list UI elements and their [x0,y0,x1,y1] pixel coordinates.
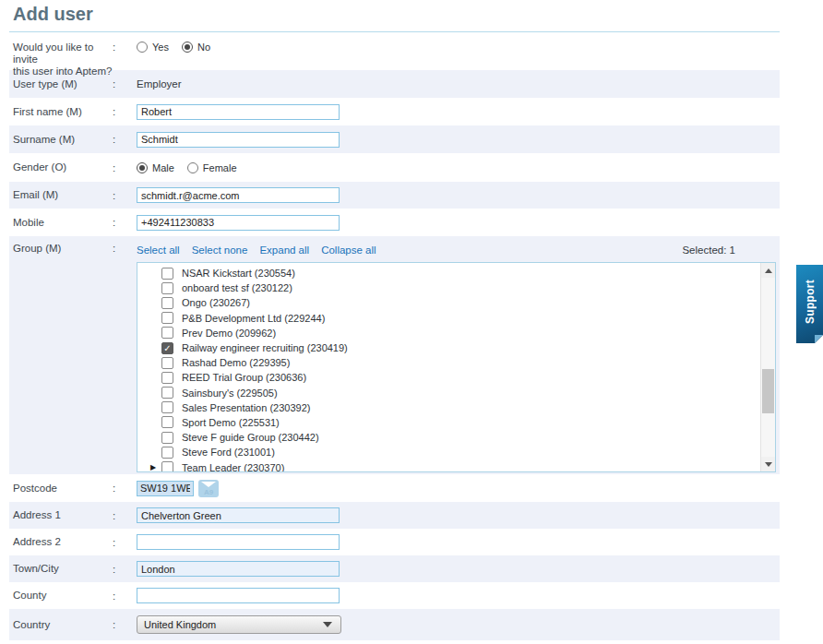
group-item-label: Sport Demo (225531) [182,417,280,428]
group-item[interactable]: ✓Railway engineer recruiting (230419) [150,340,760,355]
scroll-down-button[interactable] [761,457,776,471]
row-county: County : [9,582,780,609]
surname-input[interactable] [137,132,340,148]
add-user-form: Would you like to invite this user into … [9,36,780,640]
group-checkbox[interactable] [161,357,173,369]
group-checkbox[interactable] [161,282,173,294]
mobile-label: Mobile [9,217,113,229]
group-checkbox[interactable] [161,387,173,399]
gender-female-label: Female [203,162,237,173]
group-checkbox[interactable] [161,416,173,428]
row-invite: Would you like to invite this user into … [9,36,780,70]
scrollbar-thumb[interactable] [762,369,774,413]
support-tab[interactable]: Support [796,265,823,343]
gender-male-radio[interactable] [137,162,148,173]
invite-label: Would you like to invite this user into … [9,42,113,78]
gender-label: Gender (O) [9,161,113,173]
group-item[interactable]: P&B Development Ltd (229244) [150,311,760,326]
email-input[interactable] [137,187,340,203]
chevron-down-icon [323,622,332,627]
group-checkbox[interactable] [161,447,173,459]
user-type-label: User type (M) [9,78,113,90]
row-email: Email (M) : [9,182,780,209]
row-gender: Gender (O) : Male Female [9,153,780,182]
group-item-label: Team Leader (230370) [182,462,284,472]
surname-label: Surname (M) [9,134,113,146]
postcode-label: Postcode [9,483,113,495]
select-all-link[interactable]: Select all [137,244,180,256]
address1-input[interactable] [137,507,340,523]
group-item-label: Railway engineer recruiting (230419) [182,342,348,353]
group-item[interactable]: Ongo (230267) [150,295,760,310]
group-item[interactable]: Sport Demo (225531) [150,415,760,430]
group-listbox: NSAR Kickstart (230554)onboard test sf (… [137,262,776,472]
group-scrollbar[interactable] [760,263,775,471]
select-none-link[interactable]: Select none [192,244,248,256]
group-item-label: onboard test sf (230122) [182,282,292,293]
first-name-label: First name (M) [9,106,113,118]
scroll-down-icon [765,462,772,467]
expand-arrow-icon[interactable]: ▶ [150,462,161,472]
row-postcode: Postcode : A9 [9,474,780,502]
country-label: Country [9,619,113,631]
group-item[interactable]: Sales Presentation (230392) [150,400,760,415]
town-city-label: Town/City [9,563,113,575]
row-group: Group (M) : Select all Select none Expan… [9,236,780,474]
group-list-items: NSAR Kickstart (230554)onboard test sf (… [137,266,760,472]
group-checkbox[interactable] [161,327,173,339]
postcode-input[interactable] [137,481,194,496]
group-item-label: Ongo (230267) [182,297,250,308]
scroll-up-icon [765,268,772,273]
group-item-label: Steve Ford (231001) [182,447,275,458]
group-item-label: Sales Presentation (230392) [182,402,310,413]
collapse-all-link[interactable]: Collapse all [321,244,376,256]
group-checkbox[interactable]: ✓ [161,342,173,354]
group-label: Group (M) [9,243,113,255]
group-item[interactable]: onboard test sf (230122) [150,280,760,295]
selected-count: Selected: 1 [682,244,735,256]
group-checkbox[interactable] [161,461,173,472]
group-item[interactable]: Steve Ford (231001) [150,445,760,459]
row-surname: Surname (M) : [9,125,780,153]
postcode-lookup-icon[interactable]: A9 [198,480,219,497]
group-item[interactable]: Prev Demo (209962) [150,326,760,340]
group-item[interactable]: Steve F guide Group (230442) [150,430,760,445]
email-label: Email (M) [9,189,113,201]
county-input[interactable] [137,588,340,603]
address2-input[interactable] [137,534,340,550]
row-address1: Address 1 : [9,502,780,529]
group-checkbox[interactable] [161,372,173,384]
mobile-input[interactable] [137,215,340,231]
group-item[interactable]: REED Trial Group (230636) [150,370,760,385]
row-user-type: User type (M) : Employer [9,70,780,98]
group-checkbox[interactable] [161,432,173,444]
town-city-input[interactable] [137,561,340,577]
invite-yes-radio[interactable] [137,42,148,53]
invite-no-radio[interactable] [182,42,193,53]
group-checkbox[interactable] [161,401,173,413]
row-town-city: Town/City : [9,555,780,582]
county-label: County [9,590,113,602]
group-item-label: Prev Demo (209962) [182,328,276,339]
group-item[interactable]: ▶Team Leader (230370) [150,459,760,472]
expand-all-link[interactable]: Expand all [259,244,309,256]
title-divider [9,31,780,32]
group-checkbox[interactable] [161,297,173,309]
group-checkbox[interactable] [161,268,173,280]
first-name-input[interactable] [137,104,340,120]
group-item[interactable]: Rashad Demo (229395) [150,355,760,370]
group-item[interactable]: NSAR Kickstart (230554) [150,266,760,280]
group-checkbox[interactable] [161,312,173,324]
group-item-label: Rashad Demo (229395) [182,357,290,368]
page-title: Add user [13,4,823,25]
group-item[interactable]: Sainsbury's (229505) [150,386,760,400]
row-first-name: First name (M) : [9,98,780,125]
gender-female-radio[interactable] [187,162,198,173]
support-tab-fold [815,335,823,343]
invite-no-label: No [197,42,210,53]
row-address2: Address 2 : [9,529,780,555]
country-select[interactable]: United Kingdom [137,615,341,634]
scroll-up-button[interactable] [761,263,776,278]
row-country: Country : United Kingdom [9,609,780,640]
group-item-label: REED Trial Group (230636) [182,372,306,383]
